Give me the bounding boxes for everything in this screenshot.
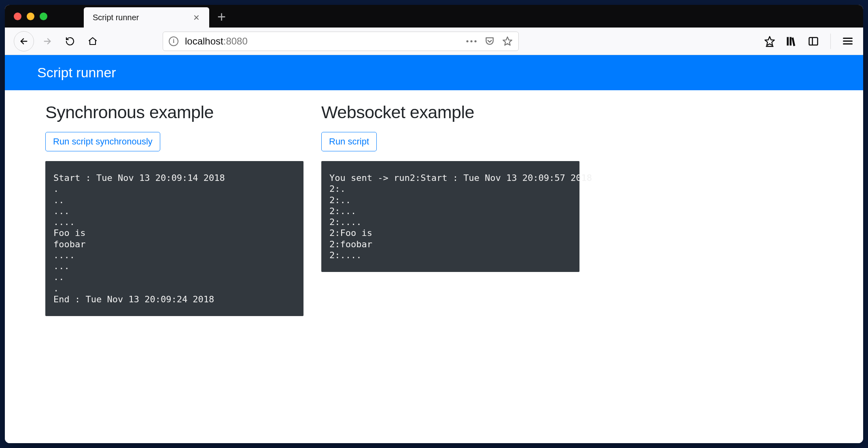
back-button[interactable] xyxy=(14,31,34,51)
browser-tab[interactable]: Script runner × xyxy=(84,7,209,28)
forward-button[interactable] xyxy=(38,32,57,51)
browser-window: Script runner × + i localhost:8080 xyxy=(5,5,863,443)
pocket-icon[interactable] xyxy=(484,36,495,47)
toolbar-right xyxy=(763,34,854,49)
bookmarks-menu-icon[interactable] xyxy=(763,35,776,48)
new-tab-button[interactable]: + xyxy=(209,8,234,25)
toolbar-divider xyxy=(830,34,831,49)
svg-rect-8 xyxy=(787,37,789,45)
run-ws-button[interactable]: Run script xyxy=(321,132,377,151)
window-maximize-button[interactable] xyxy=(40,13,47,20)
ws-column: Websocket example Run script You sent ->… xyxy=(321,102,579,316)
app-menu-button[interactable] xyxy=(841,35,854,48)
sync-column: Synchronous example Run script synchrono… xyxy=(45,102,303,316)
hamburger-icon xyxy=(843,36,853,46)
svg-rect-10 xyxy=(792,37,795,46)
svg-point-2 xyxy=(466,40,468,42)
window-close-button[interactable] xyxy=(14,13,21,20)
ws-heading: Websocket example xyxy=(321,102,579,122)
traffic-lights xyxy=(14,13,47,20)
svg-marker-5 xyxy=(503,37,512,45)
svg-marker-6 xyxy=(765,36,774,45)
site-info-icon[interactable]: i xyxy=(169,36,178,46)
arrow-right-icon xyxy=(43,37,52,46)
app-header: Script runner xyxy=(5,55,863,90)
svg-rect-11 xyxy=(809,37,818,45)
reload-button[interactable] xyxy=(61,32,79,51)
tab-title: Script runner xyxy=(93,13,191,22)
window-minimize-button[interactable] xyxy=(27,13,34,20)
page-actions-icon[interactable] xyxy=(466,40,477,43)
home-icon xyxy=(88,36,98,46)
ws-output: You sent -> run2:Start : Tue Nov 13 20:0… xyxy=(321,161,579,272)
address-bar[interactable]: i localhost:8080 xyxy=(163,32,519,51)
bookmark-star-icon[interactable] xyxy=(502,36,513,47)
svg-point-4 xyxy=(474,40,476,42)
run-sync-button[interactable]: Run script synchronously xyxy=(45,132,160,151)
library-icon[interactable] xyxy=(785,35,798,48)
home-button[interactable] xyxy=(83,32,102,51)
browser-toolbar: i localhost:8080 xyxy=(5,28,863,55)
close-tab-icon[interactable]: × xyxy=(191,11,202,24)
url-host: localhost xyxy=(185,36,223,47)
sidebar-icon[interactable] xyxy=(807,35,820,48)
svg-rect-9 xyxy=(789,37,792,45)
tab-strip: Script runner × + xyxy=(5,5,863,28)
page-content: Synchronous example Run script synchrono… xyxy=(5,90,863,332)
sync-output: Start : Tue Nov 13 20:09:14 2018 . .. ..… xyxy=(45,161,303,316)
arrow-left-icon xyxy=(19,37,28,46)
app-title: Script runner xyxy=(37,65,116,80)
sync-heading: Synchronous example xyxy=(45,102,303,122)
reload-icon xyxy=(65,36,75,46)
page-viewport: Script runner Synchronous example Run sc… xyxy=(5,55,863,443)
svg-point-3 xyxy=(470,40,472,42)
url-port: :8080 xyxy=(223,36,248,47)
